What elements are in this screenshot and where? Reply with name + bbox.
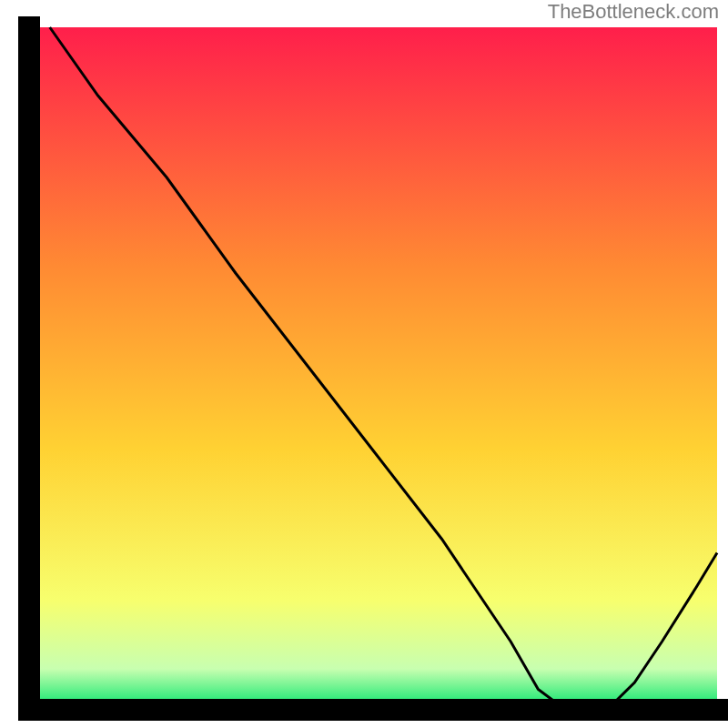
chart-container: { "watermark": "TheBottleneck.com", "cha… (0, 0, 728, 728)
watermark-text: TheBottleneck.com (548, 0, 719, 24)
plot-background (29, 27, 717, 710)
bottleneck-chart (0, 0, 728, 728)
